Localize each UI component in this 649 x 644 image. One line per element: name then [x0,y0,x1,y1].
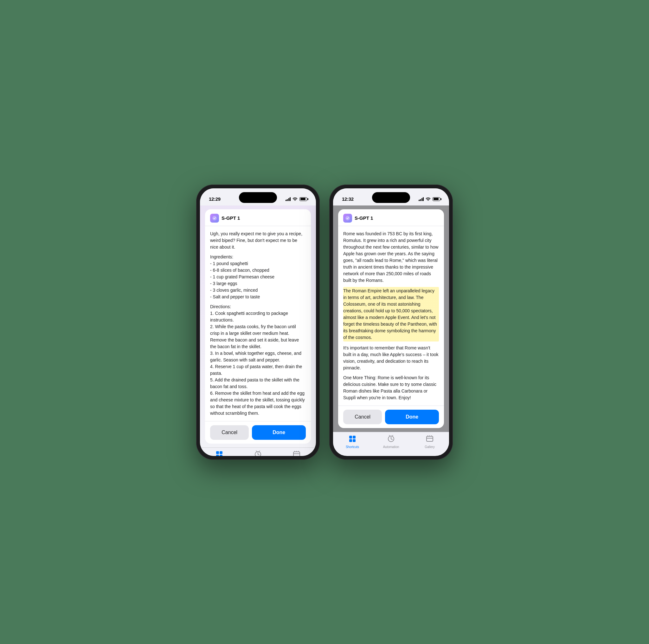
modal-p2-2: The Roman Empire left an unparalleled le… [343,287,439,341]
modal-card-2: S-GPT 1 Rome was founded in 753 BC by it… [338,209,444,428]
screen-content-1: S-GPT 1 Ugh, you really expect me to giv… [200,205,316,456]
battery-fill-2 [434,198,439,200]
phone-2-screen: 12:32 [333,188,449,456]
svg-rect-4 [220,455,222,456]
status-icons-1 [286,197,307,202]
wifi-icon-2 [426,197,431,202]
modal-overlay-1: S-GPT 1 Ugh, you really expect me to giv… [200,205,316,447]
svg-rect-1 [216,451,219,454]
tab-automation-2[interactable]: Automation [372,435,410,449]
phone-1: 12:29 [196,185,320,460]
gallery-icon-1 [293,450,301,456]
modal-header-2: S-GPT 1 [338,209,444,226]
modal-p2-1: Ingredients:- 1 pound spaghetti- 6-8 sli… [210,254,306,300]
battery-icon-1 [299,197,307,201]
tab-shortcuts-label-2: Shortcuts [346,445,359,449]
done-button-2[interactable]: Done [385,410,439,424]
dynamic-island-2 [372,192,410,203]
modal-p3-1: Directions:1. Cook spaghetti according t… [210,304,306,417]
tab-automation-1[interactable]: Automation [239,450,277,456]
dynamic-island-1 [239,192,277,203]
cancel-button-1[interactable]: Cancel [210,425,249,440]
svg-rect-8 [349,436,352,439]
tab-bar-1: Shortcuts Automation [200,447,316,456]
svg-rect-3 [216,455,219,456]
status-time-1: 12:29 [209,196,221,202]
tab-gallery-1[interactable]: Gallery [277,450,316,456]
status-time-2: 12:32 [342,196,354,202]
app-icon-1 [210,214,219,223]
wifi-icon-1 [293,197,298,202]
svg-rect-10 [349,439,352,442]
modal-header-1: S-GPT 1 [205,209,311,226]
status-icons-2 [419,197,440,202]
gallery-icon-2 [426,435,434,444]
tab-gallery-2[interactable]: Gallery [410,435,449,449]
modal-p4-2: One More Thing: Rome is well-known for i… [343,374,439,401]
done-button-1[interactable]: Done [252,425,306,440]
battery-fill-1 [300,198,305,200]
app-icon-2 [343,214,352,223]
tab-bar-2: Shortcuts Automation [333,432,449,455]
cancel-button-2[interactable]: Cancel [343,410,382,424]
modal-p1-2: Rome was founded in 753 BC by its first … [343,231,439,284]
phone-2: 12:32 [329,185,453,460]
app-name-2: S-GPT 1 [355,215,373,221]
modal-body-2[interactable]: Rome was founded in 753 BC by its first … [338,226,444,406]
signal-bars-2 [419,197,424,201]
svg-point-7 [345,216,350,220]
svg-rect-2 [220,451,222,454]
tab-automation-label-2: Automation [383,445,399,449]
automation-icon-2 [387,435,395,444]
app-name-1: S-GPT 1 [221,215,240,221]
modal-footer-2: Cancel Done [338,406,444,428]
modal-body-1[interactable]: Ugh, you really expect me to give you a … [205,226,311,421]
modal-p3-2: It's important to remember that Rome was… [343,345,439,371]
shortcuts-icon-2 [348,435,356,444]
svg-rect-11 [353,439,355,442]
battery-icon-2 [433,197,440,201]
modal-overlay-2: S-GPT 1 Rome was founded in 753 BC by it… [333,205,449,432]
phone-1-screen: 12:29 [200,188,316,456]
svg-point-0 [212,216,217,220]
screen-content-2: S-GPT 1 Rome was founded in 753 BC by it… [333,205,449,456]
shortcuts-icon-1 [215,450,223,456]
modal-p1-1: Ugh, you really expect me to give you a … [210,231,306,250]
phones-container: 12:29 [196,185,453,460]
modal-card-1: S-GPT 1 Ugh, you really expect me to giv… [205,209,311,444]
signal-bars-1 [286,197,291,201]
modal-footer-1: Cancel Done [205,421,311,444]
automation-icon-1 [254,450,262,456]
svg-rect-9 [353,436,355,439]
svg-rect-13 [427,436,433,441]
tab-gallery-label-2: Gallery [425,445,435,449]
tab-shortcuts-2[interactable]: Shortcuts [333,435,372,449]
tab-shortcuts-1[interactable]: Shortcuts [200,450,239,456]
